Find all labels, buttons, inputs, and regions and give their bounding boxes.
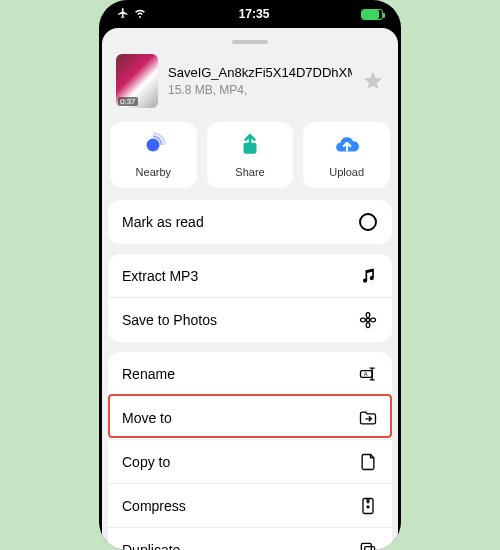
move-to-label: Move to bbox=[122, 410, 172, 426]
save-to-photos-label: Save to Photos bbox=[122, 312, 217, 328]
upload-cloud-icon bbox=[334, 132, 360, 162]
battery-icon bbox=[361, 9, 383, 20]
nearby-label: Nearby bbox=[136, 166, 171, 178]
rename-icon: A bbox=[358, 364, 378, 384]
copy-to-label: Copy to bbox=[122, 454, 170, 470]
options-list: Mark as read Extract MP3 Save to Photos bbox=[102, 200, 398, 550]
video-duration: 0:37 bbox=[118, 97, 138, 106]
upload-button[interactable]: Upload bbox=[303, 122, 390, 188]
svg-point-6 bbox=[371, 318, 376, 322]
duplicate-row[interactable]: Duplicate bbox=[108, 528, 392, 550]
music-note-icon bbox=[358, 266, 378, 286]
copy-to-row[interactable]: Copy to bbox=[108, 440, 392, 484]
compress-label: Compress bbox=[122, 498, 186, 514]
zip-icon bbox=[358, 496, 378, 516]
svg-point-3 bbox=[366, 313, 370, 318]
svg-point-5 bbox=[361, 318, 366, 322]
mark-as-read-label: Mark as read bbox=[122, 214, 204, 230]
upload-label: Upload bbox=[329, 166, 364, 178]
video-thumbnail[interactable]: 0:37 bbox=[116, 54, 158, 108]
svg-point-4 bbox=[366, 323, 370, 328]
folder-arrow-icon bbox=[358, 408, 378, 428]
file-subline: 15.8 MB, MP4, bbox=[168, 83, 352, 97]
duplicate-label: Duplicate bbox=[122, 542, 180, 550]
document-icon bbox=[358, 452, 378, 472]
nearby-icon bbox=[140, 132, 166, 162]
status-bar: 17:35 bbox=[99, 4, 401, 24]
extract-mp3-row[interactable]: Extract MP3 bbox=[108, 254, 392, 298]
duplicate-icon bbox=[358, 540, 378, 550]
save-to-photos-row[interactable]: Save to Photos bbox=[108, 298, 392, 342]
status-time: 17:35 bbox=[239, 7, 270, 21]
rename-row[interactable]: Rename A bbox=[108, 352, 392, 396]
share-label: Share bbox=[235, 166, 264, 178]
action-sheet: 0:37 SaveIG_An8kzFi5X14D7DDhXMphRfwQ_Dte… bbox=[102, 28, 398, 550]
svg-text:A: A bbox=[364, 370, 368, 376]
sheet-grabber[interactable] bbox=[232, 40, 268, 44]
mark-as-read-row[interactable]: Mark as read bbox=[108, 200, 392, 244]
svg-point-10 bbox=[367, 505, 369, 507]
nearby-button[interactable]: Nearby bbox=[110, 122, 197, 188]
wifi-icon bbox=[133, 7, 147, 22]
rename-label: Rename bbox=[122, 366, 175, 382]
file-name: SaveIG_An8kzFi5X14D7DDhXMphRfwQ_DteM6vka… bbox=[168, 65, 352, 81]
share-icon bbox=[237, 132, 263, 162]
compress-row[interactable]: Compress bbox=[108, 484, 392, 528]
airplane-icon bbox=[117, 7, 129, 22]
svg-point-0 bbox=[147, 139, 160, 152]
svg-point-2 bbox=[366, 318, 369, 321]
share-button[interactable]: Share bbox=[207, 122, 294, 188]
top-actions-row: Nearby Share Upload bbox=[102, 122, 398, 200]
radio-empty-icon bbox=[358, 212, 378, 232]
favorite-star-icon[interactable] bbox=[362, 70, 384, 92]
file-header: 0:37 SaveIG_An8kzFi5X14D7DDhXMphRfwQ_Dte… bbox=[102, 54, 398, 122]
extract-mp3-label: Extract MP3 bbox=[122, 268, 198, 284]
move-to-row[interactable]: Move to bbox=[108, 396, 392, 440]
photos-flower-icon bbox=[358, 310, 378, 330]
